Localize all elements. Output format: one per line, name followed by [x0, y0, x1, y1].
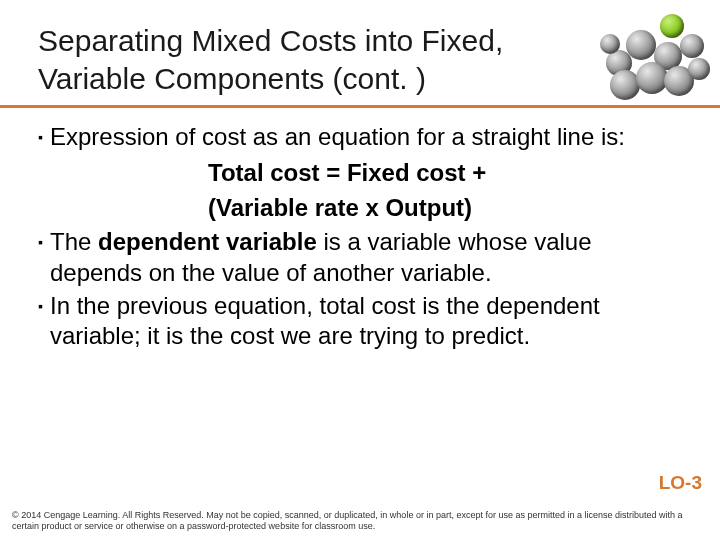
bullet-text: The dependent variable is a variable who… [50, 227, 688, 288]
bullet-item: ▪ Expression of cost as an equation for … [38, 122, 688, 153]
equation-line-2: (Variable rate x Output) [208, 192, 688, 223]
bullet-text: In the previous equation, total cost is … [50, 291, 688, 352]
equation-line-1: Total cost = Fixed cost + [208, 157, 688, 188]
slide-body: ▪ Expression of cost as an equation for … [38, 122, 688, 354]
green-sphere-icon [660, 14, 684, 38]
bullet-item: ▪ In the previous equation, total cost i… [38, 291, 688, 352]
bullet-item: ▪ The dependent variable is a variable w… [38, 227, 688, 288]
bullet-square-icon: ▪ [38, 291, 43, 321]
learning-objective-badge: LO-3 [659, 472, 702, 494]
bullet-text: Expression of cost as an equation for a … [50, 122, 625, 153]
bullet-square-icon: ▪ [38, 122, 43, 152]
decorative-spheres [600, 6, 710, 100]
bullet-square-icon: ▪ [38, 227, 43, 257]
copyright-footer: © 2014 Cengage Learning. All Rights Rese… [12, 510, 708, 533]
title-underline [0, 105, 720, 108]
slide-title: Separating Mixed Costs into Fixed, Varia… [38, 22, 598, 97]
